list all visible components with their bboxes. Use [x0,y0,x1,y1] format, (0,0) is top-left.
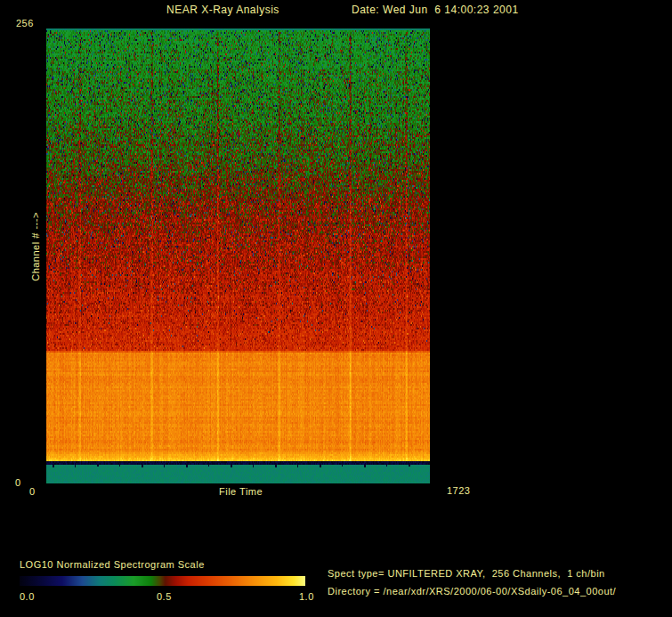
colorbar-label: LOG10 Normalized Spectrogram Scale [20,560,205,570]
chart-title: NEAR X-Ray Analysis [166,4,279,15]
colorbar-tick-1: 0.5 [157,592,172,602]
date-label: Date: Wed Jun 6 14:00:23 2001 [352,4,519,15]
x-axis-min-label: 0 [29,487,36,497]
spect-type-line: Spect type= UNFILTERED XRAY, 256 Channel… [328,569,605,579]
y-axis-title: Channel # ---> [31,212,41,281]
x-axis-max-label: 1723 [447,486,470,496]
colorbar-tick-2: 1.0 [299,592,314,602]
colorbar-tick-0: 0.0 [20,592,35,602]
spectrogram-canvas [46,28,430,483]
directory-line: Directory = /near/xdr/XRS/2000/06-00/XSd… [328,587,616,597]
app-window: NEAR X-Ray Analysis Date: Wed Jun 6 14:0… [0,0,672,617]
y-axis-min-label: 0 [15,478,21,488]
x-axis-title: File Time [219,487,263,497]
y-axis-max-label: 256 [16,19,34,28]
colorbar-gradient [20,576,305,586]
